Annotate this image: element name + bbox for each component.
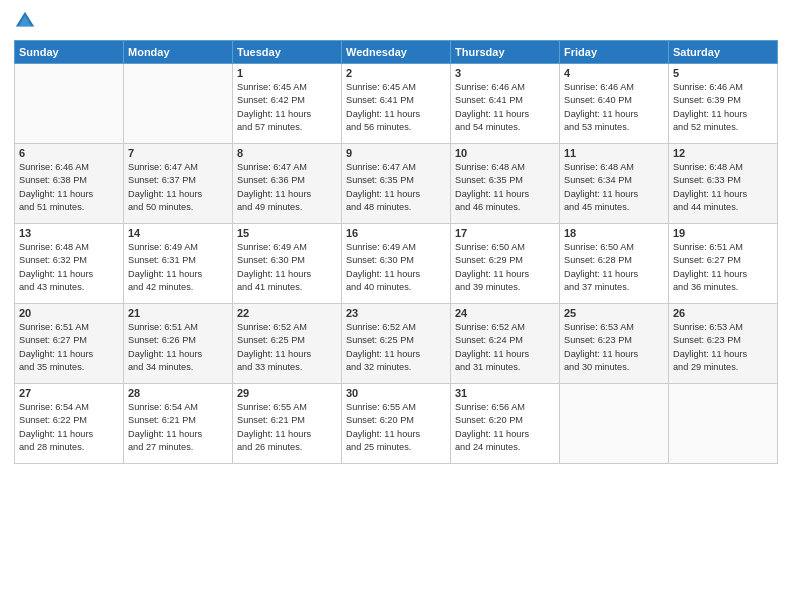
day-info: Sunrise: 6:51 AM Sunset: 6:27 PM Dayligh… <box>673 241 773 294</box>
day-number: 19 <box>673 227 773 239</box>
day-info: Sunrise: 6:46 AM Sunset: 6:41 PM Dayligh… <box>455 81 555 134</box>
day-info: Sunrise: 6:56 AM Sunset: 6:20 PM Dayligh… <box>455 401 555 454</box>
day-number: 5 <box>673 67 773 79</box>
logo <box>14 10 40 32</box>
calendar-cell: 31Sunrise: 6:56 AM Sunset: 6:20 PM Dayli… <box>451 384 560 464</box>
calendar-cell: 4Sunrise: 6:46 AM Sunset: 6:40 PM Daylig… <box>560 64 669 144</box>
day-header-thursday: Thursday <box>451 41 560 64</box>
day-info: Sunrise: 6:51 AM Sunset: 6:26 PM Dayligh… <box>128 321 228 374</box>
calendar-cell: 25Sunrise: 6:53 AM Sunset: 6:23 PM Dayli… <box>560 304 669 384</box>
day-info: Sunrise: 6:53 AM Sunset: 6:23 PM Dayligh… <box>673 321 773 374</box>
day-number: 13 <box>19 227 119 239</box>
calendar-cell: 24Sunrise: 6:52 AM Sunset: 6:24 PM Dayli… <box>451 304 560 384</box>
day-number: 15 <box>237 227 337 239</box>
calendar-cell: 29Sunrise: 6:55 AM Sunset: 6:21 PM Dayli… <box>233 384 342 464</box>
day-number: 27 <box>19 387 119 399</box>
calendar-cell: 16Sunrise: 6:49 AM Sunset: 6:30 PM Dayli… <box>342 224 451 304</box>
page: SundayMondayTuesdayWednesdayThursdayFrid… <box>0 0 792 612</box>
day-number: 29 <box>237 387 337 399</box>
calendar-cell: 27Sunrise: 6:54 AM Sunset: 6:22 PM Dayli… <box>15 384 124 464</box>
day-info: Sunrise: 6:48 AM Sunset: 6:35 PM Dayligh… <box>455 161 555 214</box>
day-number: 18 <box>564 227 664 239</box>
day-info: Sunrise: 6:55 AM Sunset: 6:20 PM Dayligh… <box>346 401 446 454</box>
day-info: Sunrise: 6:52 AM Sunset: 6:24 PM Dayligh… <box>455 321 555 374</box>
week-row-4: 27Sunrise: 6:54 AM Sunset: 6:22 PM Dayli… <box>15 384 778 464</box>
day-number: 26 <box>673 307 773 319</box>
day-number: 11 <box>564 147 664 159</box>
day-number: 4 <box>564 67 664 79</box>
day-info: Sunrise: 6:50 AM Sunset: 6:28 PM Dayligh… <box>564 241 664 294</box>
day-info: Sunrise: 6:49 AM Sunset: 6:30 PM Dayligh… <box>346 241 446 294</box>
calendar-cell: 6Sunrise: 6:46 AM Sunset: 6:38 PM Daylig… <box>15 144 124 224</box>
day-number: 2 <box>346 67 446 79</box>
week-row-2: 13Sunrise: 6:48 AM Sunset: 6:32 PM Dayli… <box>15 224 778 304</box>
day-number: 3 <box>455 67 555 79</box>
day-info: Sunrise: 6:46 AM Sunset: 6:40 PM Dayligh… <box>564 81 664 134</box>
calendar-cell <box>560 384 669 464</box>
day-info: Sunrise: 6:48 AM Sunset: 6:34 PM Dayligh… <box>564 161 664 214</box>
day-number: 6 <box>19 147 119 159</box>
day-number: 12 <box>673 147 773 159</box>
calendar-cell <box>669 384 778 464</box>
calendar-table: SundayMondayTuesdayWednesdayThursdayFrid… <box>14 40 778 464</box>
day-info: Sunrise: 6:48 AM Sunset: 6:32 PM Dayligh… <box>19 241 119 294</box>
day-header-saturday: Saturday <box>669 41 778 64</box>
calendar-cell: 28Sunrise: 6:54 AM Sunset: 6:21 PM Dayli… <box>124 384 233 464</box>
day-info: Sunrise: 6:46 AM Sunset: 6:39 PM Dayligh… <box>673 81 773 134</box>
day-info: Sunrise: 6:53 AM Sunset: 6:23 PM Dayligh… <box>564 321 664 374</box>
day-info: Sunrise: 6:52 AM Sunset: 6:25 PM Dayligh… <box>237 321 337 374</box>
day-number: 16 <box>346 227 446 239</box>
day-info: Sunrise: 6:54 AM Sunset: 6:21 PM Dayligh… <box>128 401 228 454</box>
logo-icon <box>14 10 36 32</box>
calendar-cell: 26Sunrise: 6:53 AM Sunset: 6:23 PM Dayli… <box>669 304 778 384</box>
calendar-cell: 11Sunrise: 6:48 AM Sunset: 6:34 PM Dayli… <box>560 144 669 224</box>
calendar-cell: 5Sunrise: 6:46 AM Sunset: 6:39 PM Daylig… <box>669 64 778 144</box>
day-header-wednesday: Wednesday <box>342 41 451 64</box>
calendar-cell: 13Sunrise: 6:48 AM Sunset: 6:32 PM Dayli… <box>15 224 124 304</box>
calendar-cell: 17Sunrise: 6:50 AM Sunset: 6:29 PM Dayli… <box>451 224 560 304</box>
day-header-sunday: Sunday <box>15 41 124 64</box>
day-number: 28 <box>128 387 228 399</box>
calendar-cell: 2Sunrise: 6:45 AM Sunset: 6:41 PM Daylig… <box>342 64 451 144</box>
calendar-cell: 10Sunrise: 6:48 AM Sunset: 6:35 PM Dayli… <box>451 144 560 224</box>
day-number: 25 <box>564 307 664 319</box>
day-number: 7 <box>128 147 228 159</box>
calendar-cell: 20Sunrise: 6:51 AM Sunset: 6:27 PM Dayli… <box>15 304 124 384</box>
day-info: Sunrise: 6:45 AM Sunset: 6:42 PM Dayligh… <box>237 81 337 134</box>
header-row: SundayMondayTuesdayWednesdayThursdayFrid… <box>15 41 778 64</box>
day-info: Sunrise: 6:48 AM Sunset: 6:33 PM Dayligh… <box>673 161 773 214</box>
day-number: 31 <box>455 387 555 399</box>
calendar-cell: 3Sunrise: 6:46 AM Sunset: 6:41 PM Daylig… <box>451 64 560 144</box>
calendar-cell: 1Sunrise: 6:45 AM Sunset: 6:42 PM Daylig… <box>233 64 342 144</box>
day-number: 14 <box>128 227 228 239</box>
day-info: Sunrise: 6:49 AM Sunset: 6:31 PM Dayligh… <box>128 241 228 294</box>
day-header-monday: Monday <box>124 41 233 64</box>
calendar-cell <box>124 64 233 144</box>
calendar-cell: 30Sunrise: 6:55 AM Sunset: 6:20 PM Dayli… <box>342 384 451 464</box>
day-info: Sunrise: 6:52 AM Sunset: 6:25 PM Dayligh… <box>346 321 446 374</box>
day-header-tuesday: Tuesday <box>233 41 342 64</box>
day-info: Sunrise: 6:49 AM Sunset: 6:30 PM Dayligh… <box>237 241 337 294</box>
week-row-0: 1Sunrise: 6:45 AM Sunset: 6:42 PM Daylig… <box>15 64 778 144</box>
calendar-cell: 22Sunrise: 6:52 AM Sunset: 6:25 PM Dayli… <box>233 304 342 384</box>
day-number: 21 <box>128 307 228 319</box>
week-row-3: 20Sunrise: 6:51 AM Sunset: 6:27 PM Dayli… <box>15 304 778 384</box>
day-info: Sunrise: 6:54 AM Sunset: 6:22 PM Dayligh… <box>19 401 119 454</box>
calendar-cell: 14Sunrise: 6:49 AM Sunset: 6:31 PM Dayli… <box>124 224 233 304</box>
day-info: Sunrise: 6:55 AM Sunset: 6:21 PM Dayligh… <box>237 401 337 454</box>
day-number: 10 <box>455 147 555 159</box>
week-row-1: 6Sunrise: 6:46 AM Sunset: 6:38 PM Daylig… <box>15 144 778 224</box>
day-info: Sunrise: 6:51 AM Sunset: 6:27 PM Dayligh… <box>19 321 119 374</box>
day-number: 8 <box>237 147 337 159</box>
day-header-friday: Friday <box>560 41 669 64</box>
calendar-cell: 21Sunrise: 6:51 AM Sunset: 6:26 PM Dayli… <box>124 304 233 384</box>
calendar-cell: 7Sunrise: 6:47 AM Sunset: 6:37 PM Daylig… <box>124 144 233 224</box>
calendar-cell: 8Sunrise: 6:47 AM Sunset: 6:36 PM Daylig… <box>233 144 342 224</box>
day-number: 30 <box>346 387 446 399</box>
day-number: 9 <box>346 147 446 159</box>
calendar-cell: 12Sunrise: 6:48 AM Sunset: 6:33 PM Dayli… <box>669 144 778 224</box>
calendar-cell: 9Sunrise: 6:47 AM Sunset: 6:35 PM Daylig… <box>342 144 451 224</box>
day-info: Sunrise: 6:45 AM Sunset: 6:41 PM Dayligh… <box>346 81 446 134</box>
calendar-cell: 15Sunrise: 6:49 AM Sunset: 6:30 PM Dayli… <box>233 224 342 304</box>
day-info: Sunrise: 6:47 AM Sunset: 6:36 PM Dayligh… <box>237 161 337 214</box>
